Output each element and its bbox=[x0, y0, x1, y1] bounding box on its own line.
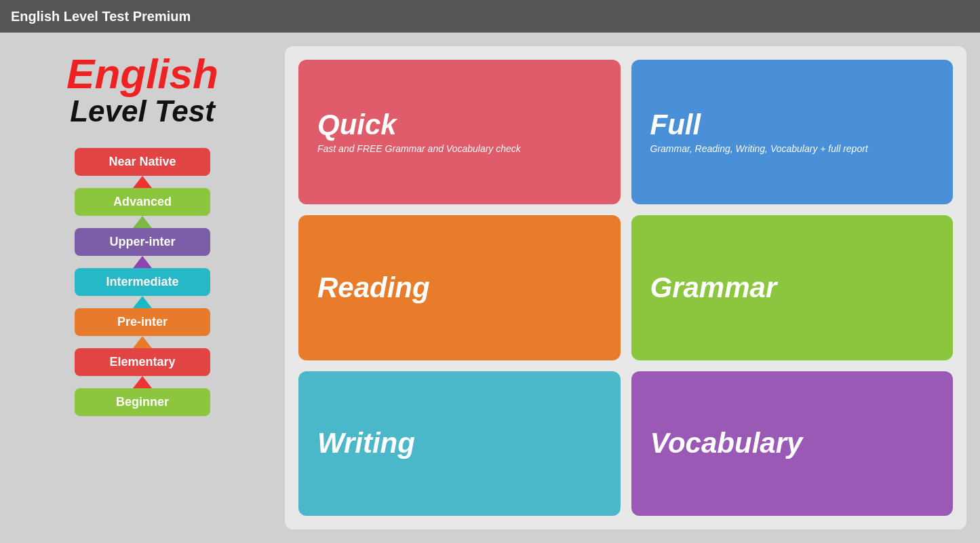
level-advanced[interactable]: Advanced bbox=[75, 188, 210, 216]
vocabulary-title: Vocabulary bbox=[650, 429, 803, 457]
logo-level-test: Level Test bbox=[66, 95, 218, 128]
level-upper-inter[interactable]: Upper-inter bbox=[75, 228, 210, 256]
level-beginner[interactable]: Beginner bbox=[75, 388, 210, 416]
writing-test-button[interactable]: Writing bbox=[298, 371, 621, 516]
arrow-elementary bbox=[133, 376, 152, 388]
app-title: English Level Test Premium bbox=[11, 9, 191, 24]
level-pre-inter[interactable]: Pre-inter bbox=[75, 308, 210, 336]
level-intermediate[interactable]: Intermediate bbox=[75, 268, 210, 296]
level-ladder: Near Native Advanced Upper-inter Interme… bbox=[75, 148, 210, 416]
full-title: Full bbox=[650, 111, 701, 139]
grammar-test-button[interactable]: Grammar bbox=[631, 215, 954, 360]
level-elementary[interactable]: Elementary bbox=[75, 348, 210, 376]
reading-title: Reading bbox=[317, 274, 430, 302]
left-panel: English Level Test Near Native Advanced … bbox=[14, 46, 271, 529]
arrow-near-native bbox=[133, 176, 152, 188]
main-content: English Level Test Near Native Advanced … bbox=[0, 33, 980, 543]
quick-test-button[interactable]: Quick Fast and FREE Grammar and Vocabula… bbox=[298, 60, 621, 204]
arrow-upper-inter bbox=[133, 256, 152, 268]
full-subtitle: Grammar, Reading, Writing, Vocabulary + … bbox=[650, 143, 868, 154]
arrow-advanced bbox=[133, 216, 152, 228]
right-panel: Quick Fast and FREE Grammar and Vocabula… bbox=[285, 46, 966, 529]
full-test-button[interactable]: Full Grammar, Reading, Writing, Vocabula… bbox=[631, 60, 954, 204]
logo-english: English bbox=[66, 53, 218, 95]
grammar-title: Grammar bbox=[650, 274, 777, 302]
vocabulary-test-button[interactable]: Vocabulary bbox=[631, 371, 954, 516]
level-near-native[interactable]: Near Native bbox=[75, 148, 210, 176]
quick-title: Quick bbox=[317, 111, 397, 139]
arrow-pre-inter bbox=[133, 336, 152, 348]
reading-test-button[interactable]: Reading bbox=[298, 215, 621, 360]
arrow-intermediate bbox=[133, 296, 152, 308]
title-bar: English Level Test Premium bbox=[0, 0, 980, 33]
logo-area: English Level Test bbox=[66, 53, 218, 128]
writing-title: Writing bbox=[317, 429, 415, 457]
quick-subtitle: Fast and FREE Grammar and Vocabulary che… bbox=[317, 143, 521, 154]
